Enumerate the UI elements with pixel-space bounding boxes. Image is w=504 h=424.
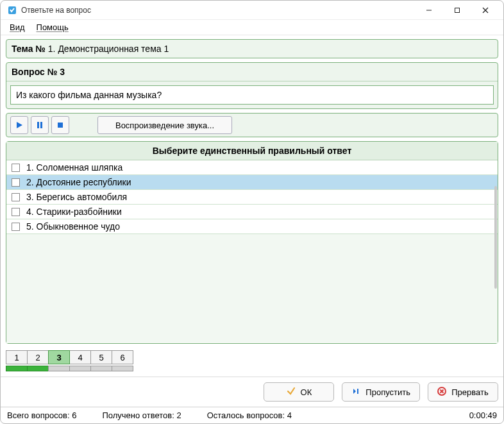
status-total: Всего вопросов: 6 [7, 411, 76, 420]
answer-row[interactable]: 2. Достояние республики [6, 175, 498, 190]
nav-progress [48, 366, 70, 371]
question-header: Вопрос № 3 [6, 63, 498, 81]
nav-question[interactable]: 2 [27, 350, 49, 364]
answer-row[interactable]: 4. Старики-разбойники [6, 205, 498, 219]
answer-label: 1. Соломенная шляпка [26, 162, 122, 173]
abort-button[interactable]: Прервать [428, 382, 498, 402]
titlebar: Ответьте на вопрос [1, 1, 503, 20]
question-panel: Вопрос № 3 Из какого фильма данная музык… [6, 62, 498, 109]
nav-question[interactable]: 4 [69, 350, 91, 364]
answer-label: 5. Обыкновенное чудо [26, 221, 120, 232]
skip-icon [351, 387, 360, 398]
close-button[interactable] [471, 1, 500, 19]
topic-text: 1. Демонстрационная тема 1 [46, 44, 169, 54]
abort-label: Прервать [451, 387, 488, 397]
nav-progress [90, 366, 112, 371]
answers-body: 1. Соломенная шляпка2. Достояние республ… [6, 160, 498, 343]
check-icon [287, 387, 296, 398]
app-icon [7, 5, 17, 15]
answer-row[interactable]: 3. Берегись автомобиля [6, 190, 498, 205]
answer-checkbox[interactable] [12, 164, 20, 172]
question-nav: 123456 [6, 348, 498, 374]
answer-checkbox[interactable] [12, 193, 20, 201]
menu-view[interactable]: Вид [4, 21, 30, 33]
answers-header: Выберите единственный правильный ответ [6, 142, 498, 160]
audio-panel: Воспроизведение звука... [6, 113, 498, 137]
answer-checkbox[interactable] [12, 208, 20, 216]
question-text: Из какого фильма данная музыка? [10, 85, 494, 105]
nav-progress [27, 366, 49, 371]
pause-button[interactable] [31, 116, 49, 134]
answer-checkbox[interactable] [12, 223, 20, 231]
answer-label: 4. Старики-разбойники [26, 207, 122, 217]
ok-label: ОК [301, 387, 312, 397]
window-title: Ответьте на вопрос [21, 6, 415, 15]
answer-row[interactable]: 5. Обыкновенное чудо [6, 219, 498, 234]
svg-rect-6 [40, 122, 42, 128]
svg-rect-7 [58, 123, 63, 128]
answer-label: 2. Достояние республики [26, 177, 131, 187]
ok-button[interactable]: ОК [264, 382, 334, 402]
nav-progress [112, 366, 133, 371]
nav-question[interactable]: 3 [48, 350, 70, 364]
answer-checkbox[interactable] [12, 178, 20, 187]
maximize-button[interactable] [443, 1, 471, 19]
play-button[interactable] [10, 116, 28, 134]
topic-panel: Тема № 1. Демонстрационная тема 1 [6, 39, 498, 58]
answers-panel: Выберите единственный правильный ответ 1… [6, 141, 498, 344]
nav-progress [6, 366, 28, 371]
nav-question[interactable]: 5 [90, 350, 112, 364]
scrollbar[interactable] [494, 186, 497, 289]
svg-rect-8 [357, 389, 358, 394]
skip-button[interactable]: Пропустить [342, 382, 420, 402]
audio-status-button[interactable]: Воспроизведение звука... [97, 116, 232, 134]
topic-prefix: Тема № [12, 44, 46, 54]
stop-button[interactable] [51, 116, 69, 134]
svg-rect-2 [455, 8, 460, 12]
status-time: 0:00:49 [469, 411, 497, 420]
menubar: Вид Помощь [1, 20, 503, 35]
statusbar: Всего вопросов: 6 Получено ответов: 2 Ос… [1, 407, 503, 423]
minimize-button[interactable] [415, 1, 443, 19]
content: Тема № 1. Демонстрационная тема 1 Вопрос… [1, 35, 503, 377]
status-remaining: Осталось вопросов: 4 [207, 411, 292, 420]
action-row: ОК Пропустить Прервать [1, 377, 503, 407]
menu-help[interactable]: Помощь [31, 21, 74, 33]
status-answered: Получено ответов: 2 [102, 411, 181, 420]
abort-icon [437, 387, 446, 398]
svg-rect-5 [37, 122, 39, 128]
answer-label: 3. Берегись автомобиля [26, 192, 127, 202]
nav-question[interactable]: 6 [112, 350, 133, 364]
skip-label: Пропустить [365, 387, 410, 397]
answer-row[interactable]: 1. Соломенная шляпка [6, 160, 498, 175]
nav-progress [69, 366, 91, 371]
nav-question[interactable]: 1 [6, 350, 28, 364]
